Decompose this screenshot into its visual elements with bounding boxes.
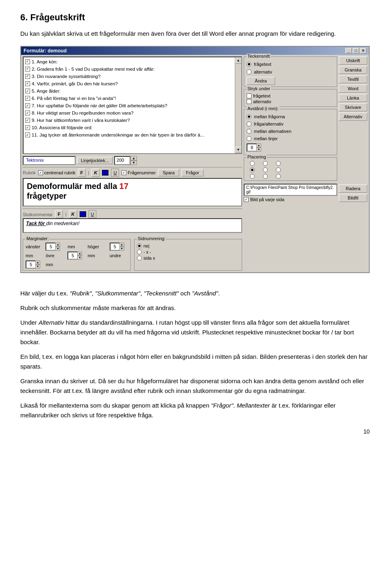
granska-button[interactable]: Granska <box>339 66 367 74</box>
word-button[interactable]: Word <box>339 85 367 93</box>
underline-button[interactable]: U <box>111 169 119 177</box>
vanster-spin[interactable]: ▲ ▼ <box>46 243 60 251</box>
alternativ-radio-dot[interactable] <box>247 69 251 74</box>
place-mr[interactable] <box>276 167 281 172</box>
sida-x-radio[interactable]: sida x <box>137 256 239 260</box>
slut-italic-button[interactable]: K <box>69 210 77 218</box>
question-checkbox-10[interactable] <box>25 125 30 130</box>
textfil-button[interactable]: Textfil <box>339 75 367 83</box>
italic-button[interactable]: K <box>91 169 100 177</box>
ovre-spin[interactable]: ▲ ▼ <box>67 252 82 260</box>
question-item-3[interactable]: 3. Din nuvarande sysselsättning? <box>24 73 234 80</box>
place-tl[interactable] <box>250 161 255 166</box>
place-br[interactable] <box>276 174 281 179</box>
question-checkbox-4[interactable] <box>25 81 30 86</box>
place-bc[interactable] <box>263 174 268 179</box>
fragor-button[interactable]: Frågor <box>182 169 204 176</box>
undre-up[interactable]: ▲ <box>35 260 40 265</box>
slut-bold-button[interactable]: F <box>55 210 63 218</box>
ovre-up[interactable]: ▲ <box>77 252 82 256</box>
question-checkbox-1[interactable] <box>25 59 30 64</box>
question-checkbox-6[interactable] <box>25 96 30 101</box>
bild-varje-sida-row[interactable]: ✓ Bild på varje sida <box>244 197 337 202</box>
question-item-9[interactable]: 9. Hur har sittkomforten varit i våra ku… <box>24 117 234 124</box>
mellan-linjer-row[interactable]: mellan linjer <box>247 136 334 141</box>
question-list-container[interactable]: 1. Ange kön: 2. Gradera från 1 - 5 vad D… <box>23 56 242 154</box>
color-box[interactable] <box>102 170 108 176</box>
place-mc[interactable] <box>263 167 268 172</box>
question-item-1[interactable]: 1. Ange kön: <box>24 58 234 65</box>
place-ml[interactable] <box>250 167 255 172</box>
utskrift-button[interactable]: Utskrift <box>339 56 367 65</box>
question-item-7[interactable]: 7. Hur uppfattar Du följande när det gäl… <box>24 102 234 109</box>
stryk-alternativ-row[interactable]: alternativ <box>247 99 334 104</box>
fraga-alternativ-row[interactable]: fråga/alternativ <box>247 122 334 126</box>
fraga-alternativ-dot[interactable] <box>247 122 251 126</box>
alternativ-button[interactable]: Alternativ <box>339 113 367 121</box>
question-item-2[interactable]: 2. Gradera från 1 - 5 vad Du uppskattar … <box>24 65 234 73</box>
ovre-down[interactable]: ▼ <box>77 256 82 260</box>
linjetjocklek-button[interactable]: Linjetjocklek... <box>77 157 113 164</box>
avstand-down[interactable]: ▼ <box>256 148 261 152</box>
mellan-linjer-dot[interactable] <box>247 136 251 141</box>
sida-x-radio-dot[interactable] <box>137 256 142 260</box>
question-item-10[interactable]: 10. Associera till följande ord: <box>24 124 234 131</box>
slut-color-box[interactable] <box>80 211 86 217</box>
hoger-down[interactable]: ▼ <box>119 247 124 251</box>
vanster-input[interactable] <box>46 244 55 249</box>
scroll-up-button[interactable]: ▲ <box>235 57 242 64</box>
avstand-input[interactable] <box>247 145 256 150</box>
question-checkbox-9[interactable] <box>25 118 30 123</box>
place-tr[interactable] <box>276 161 281 166</box>
question-item-11[interactable]: 11. Jag tycker att återkommande undersök… <box>24 131 234 139</box>
mellan-fragorna-row[interactable]: mellan frågorna <box>247 114 334 119</box>
scroll-down-button[interactable]: ▼ <box>235 147 242 153</box>
alternativ-radio-row[interactable]: alternativ <box>247 69 334 74</box>
question-checkbox-11[interactable] <box>25 132 30 137</box>
nej-radio-dot[interactable] <box>137 243 142 248</box>
fragetext-radio-dot[interactable] <box>247 62 251 67</box>
x-radio-dot[interactable] <box>137 250 142 254</box>
undre-input[interactable] <box>26 262 35 267</box>
spara-button[interactable]: Spara <box>158 169 179 176</box>
undre-down[interactable]: ▼ <box>35 265 40 269</box>
bildfil-button[interactable]: Bildfil <box>339 194 367 202</box>
question-checkbox-5[interactable] <box>25 89 30 93</box>
slut-underline-button[interactable]: U <box>89 210 97 218</box>
question-item-5[interactable]: 5. Ange ålder: <box>24 87 234 95</box>
minimize-button[interactable]: _ <box>345 48 352 54</box>
font-name-box[interactable]: Tektronix <box>23 156 76 165</box>
undre-spin[interactable]: ▲ ▼ <box>26 260 40 269</box>
question-item-4[interactable]: 4. Varför, primärt, går Du den här kurse… <box>24 80 234 87</box>
linjet-spinner[interactable]: ▲ ▼ <box>130 156 137 165</box>
linjet-spin-up[interactable]: ▲ <box>130 156 137 161</box>
mellan-alternativen-dot[interactable] <box>247 129 251 134</box>
question-checkbox-8[interactable] <box>25 111 30 115</box>
hoger-spin[interactable]: ▲ ▼ <box>110 243 124 251</box>
bold-button[interactable]: F <box>78 169 86 177</box>
vanster-up[interactable]: ▲ <box>55 243 60 247</box>
question-checkbox-2[interactable] <box>25 67 30 72</box>
x-radio[interactable]: - x - <box>137 250 239 254</box>
stryk-fragetext-row[interactable]: frågetext <box>247 93 334 98</box>
place-bl[interactable] <box>250 174 255 179</box>
linjet-spin-down[interactable]: ▼ <box>130 161 137 165</box>
hoger-up[interactable]: ▲ <box>119 243 124 247</box>
mellan-alternativen-row[interactable]: mellan alternativen <box>247 129 334 134</box>
close-button[interactable]: × <box>360 48 366 54</box>
skrivare-button[interactable]: Skrivare <box>339 103 367 111</box>
avstand-spin-box[interactable]: ▲ ▼ <box>247 143 261 152</box>
question-checkbox-7[interactable] <box>25 103 30 108</box>
andra-button[interactable]: Ändra <box>247 77 275 85</box>
avstand-up[interactable]: ▲ <box>256 143 261 148</box>
hoger-input[interactable] <box>110 244 119 249</box>
mellan-fragorna-dot[interactable] <box>247 114 251 119</box>
place-tc[interactable] <box>263 161 268 166</box>
maximize-button[interactable]: □ <box>353 48 359 54</box>
centrad-rubrik-check[interactable]: ✓ centrerad rubrik <box>38 170 76 175</box>
linjet-value-box[interactable]: 200 <box>114 156 130 165</box>
list-scrollbar[interactable]: ▲ ▼ <box>235 57 241 153</box>
fragnummer-check[interactable]: ✓ Frågenummer <box>121 170 156 175</box>
radera-button[interactable]: Radera <box>339 184 367 193</box>
question-item-6[interactable]: 6. På vårt företag har vi en bra "vi-and… <box>24 95 234 102</box>
